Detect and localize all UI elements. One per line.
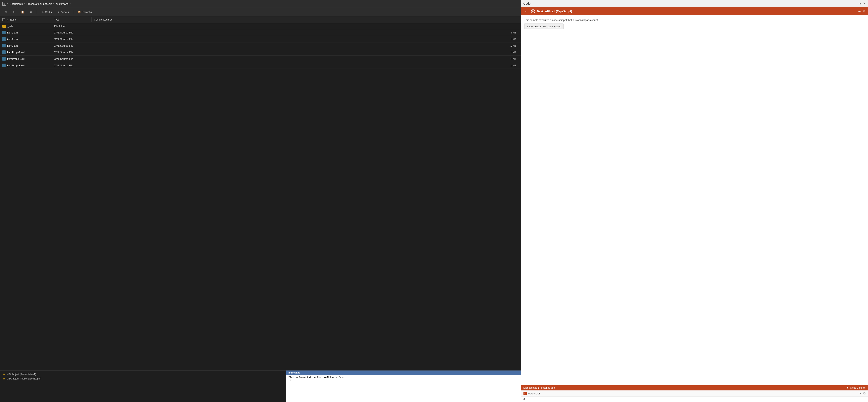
run-sample-button[interactable]: show custom xml parts count [524, 24, 564, 29]
file-name-cell: X itemProps3.xml [0, 63, 52, 68]
xml-icon: X [2, 44, 6, 48]
compressed-size-column-header[interactable]: Compressed size [92, 17, 521, 22]
auto-scroll-label: Auto-scroll [528, 392, 540, 395]
extract-label: Extract all [82, 10, 93, 13]
select-all-checkbox[interactable] [2, 18, 5, 21]
sort-label: Sort [45, 10, 50, 13]
auto-scroll-row: ✓ Auto-scroll ✕ ⧉ [521, 391, 868, 397]
compressed-size-column-label: Compressed size [94, 18, 113, 21]
auto-scroll-actions: ✕ ⧉ [859, 392, 866, 395]
file-size-cell: 1 KB [92, 56, 521, 61]
breadcrumb-sep-3: > [70, 3, 71, 5]
view-button[interactable]: ≡ View ▾ [55, 9, 71, 14]
delete-button[interactable]: 🗑 [28, 9, 34, 14]
vba-label-1: VBAProject (Presentation1) [7, 373, 36, 376]
sort-button[interactable]: ⇅ Sort ▾ [39, 9, 54, 14]
xml-icon: X [2, 64, 6, 67]
file-size-cell [92, 25, 521, 27]
paste-button[interactable]: 📋 [19, 9, 26, 14]
close-button[interactable]: ✕ [863, 2, 866, 5]
expand-button[interactable]: ∨ [863, 9, 865, 13]
breadcrumb-customxml[interactable]: customXml [56, 2, 68, 5]
refresh-icon[interactable]: ↻ [531, 9, 535, 13]
toolbar: ⎘ ✂ 📋 🗑 ⇅ Sort ▾ ≡ View ▾ 📦 Extract all [0, 8, 521, 17]
file-type-cell: XML Source File [52, 30, 92, 35]
vba-project-icon: ⚙ [2, 373, 6, 376]
vba-project-icon-2: ⚙ [2, 377, 6, 380]
more-options-button[interactable]: ··· [858, 9, 861, 13]
immediate-content[interactable]: ?ActivePresentation.CustomXMLParts.Count… [286, 375, 521, 402]
breadcrumb-bar: ⊞ > Documents > Presentation1.pptx.zip >… [0, 0, 521, 8]
xml-icon: X [2, 51, 6, 54]
file-name: item2.xml [7, 38, 18, 41]
bottom-section: ⚙ VBAProject (Presentation1) ⚙ VBAProjec… [0, 370, 521, 402]
computer-icon[interactable]: ⊞ [2, 2, 6, 6]
view-label: View [61, 10, 67, 13]
table-row[interactable]: _rels File folder [0, 23, 521, 29]
extract-icon: 📦 [77, 10, 81, 14]
xml-icon: X [2, 31, 6, 34]
close-console-button[interactable]: ▼ Close Console [846, 386, 866, 389]
clear-console-button[interactable]: ✕ [859, 392, 862, 395]
close-console-label: Close Console [850, 386, 866, 389]
file-type-cell: File folder [52, 24, 92, 29]
breadcrumb-zip[interactable]: Presentation1.pptx.zip [27, 2, 52, 5]
sample-header: ← ↻ Basic API call (TypeScript) ··· ∨ [521, 7, 868, 16]
file-name-cell: X itemProps2.xml [0, 56, 52, 62]
xml-icon: X [2, 57, 6, 61]
code-panel-title-bar: Code ∨ ✕ [521, 0, 868, 7]
vba-item-1[interactable]: ⚙ VBAProject (Presentation1) [2, 372, 284, 376]
table-row[interactable]: X itemProps2.xml XML Source File 1 KB [0, 56, 521, 62]
cut-icon: ✂ [12, 10, 16, 14]
console-header-bar: Last updated 17 seconds ago ▼ Close Cons… [521, 385, 868, 391]
console-output: 0 [521, 397, 868, 402]
run-button-label: show custom xml parts count [527, 25, 561, 28]
table-row[interactable]: X item3.xml XML Source File 1 KB [0, 42, 521, 49]
file-size-cell: 3 KB [92, 30, 521, 35]
file-size-cell: 1 KB [92, 50, 521, 55]
view-chevron: ▾ [68, 10, 69, 13]
file-name: item1.xml [7, 31, 18, 34]
description-text: This sample executes a code snippet that… [524, 19, 865, 22]
table-row[interactable]: X itemProps3.xml XML Source File 1 KB [0, 62, 521, 69]
breadcrumb-documents[interactable]: Documents [9, 2, 23, 5]
title-bar-actions: ∨ ✕ [859, 2, 866, 5]
toolbar-separator-2 [73, 9, 73, 14]
sample-title: Basic API call (TypeScript) [537, 10, 856, 13]
back-button[interactable]: ← [524, 9, 529, 13]
file-type-cell: XML Source File [52, 50, 92, 55]
sample-description: This sample executes a code snippet that… [521, 16, 868, 32]
cut-button[interactable]: ✂ [11, 9, 18, 14]
file-name-cell: X item1.xml [0, 30, 52, 35]
console-output-text: 0 [524, 398, 525, 401]
file-name: _rels [7, 25, 13, 28]
xml-icon: X [2, 37, 6, 41]
copy-console-button[interactable]: ⧉ [863, 392, 866, 395]
type-column-header[interactable]: Type [52, 17, 92, 22]
immediate-title: Immediate [288, 371, 300, 374]
name-column-header[interactable]: ▲ Name [0, 17, 52, 22]
copy-button[interactable]: ⎘ [2, 9, 9, 14]
table-row[interactable]: X itemProps1.xml XML Source File 1 KB [0, 49, 521, 56]
copy-icon: ⎘ [4, 10, 7, 14]
paste-icon: 📋 [21, 10, 24, 14]
vba-item-2[interactable]: ⚙ VBAProject (Presentation1.pptx) [2, 376, 284, 381]
table-row[interactable]: X item2.xml XML Source File 1 KB [0, 36, 521, 42]
breadcrumb-sep-2: > [53, 3, 54, 5]
immediate-header: Immediate [286, 371, 521, 375]
console-footer: Last updated 17 seconds ago ▼ Close Cons… [521, 385, 868, 402]
sort-icon: ⇅ [41, 10, 44, 14]
delete-icon: 🗑 [29, 10, 33, 14]
breadcrumb-sep-1: > [24, 3, 25, 5]
extract-all-button[interactable]: 📦 Extract all [76, 9, 95, 14]
auto-scroll-checkbox[interactable]: ✓ [524, 392, 527, 395]
breadcrumb-sep-0: > [7, 3, 8, 5]
auto-scroll-left: ✓ Auto-scroll [524, 392, 540, 395]
file-type-cell: XML Source File [52, 63, 92, 68]
minimize-button[interactable]: ∨ [859, 2, 861, 5]
close-console-chevron-icon: ▼ [846, 386, 849, 389]
table-row[interactable]: X item1.xml XML Source File 3 KB [0, 29, 521, 36]
file-explorer: ⊞ > Documents > Presentation1.pptx.zip >… [0, 0, 521, 402]
file-name: itemProps3.xml [7, 64, 25, 67]
column-headers: ▲ Name Type Compressed size [0, 17, 521, 23]
